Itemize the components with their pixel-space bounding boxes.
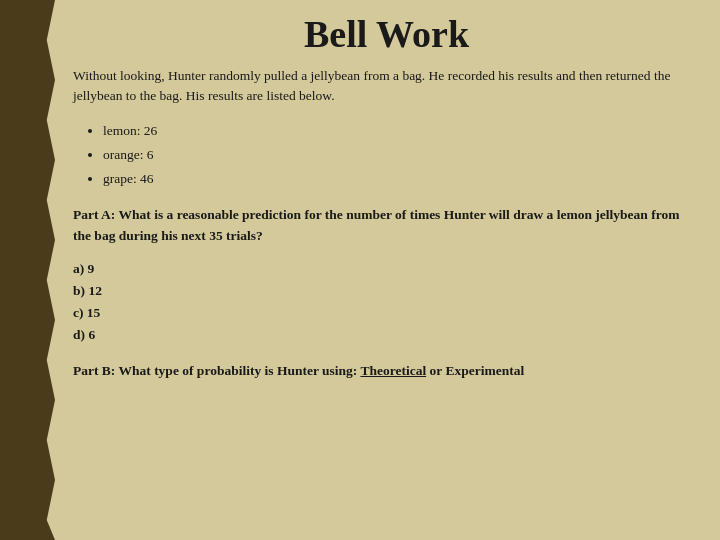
list-item: lemon: 26 — [103, 119, 700, 143]
answer-d: d) 6 — [73, 327, 700, 343]
theoretical-text: Theoretical — [360, 363, 426, 378]
answer-c: c) 15 — [73, 305, 700, 321]
content-area: Bell Work Without looking, Hunter random… — [55, 0, 720, 540]
intro-text: Without looking, Hunter randomly pulled … — [73, 66, 700, 107]
answer-b: b) 12 — [73, 283, 700, 299]
part-a-text: What is a reasonable prediction for the … — [73, 207, 679, 243]
list-item: orange: 6 — [103, 143, 700, 167]
part-b-label: Part B: — [73, 363, 115, 378]
part-b-intro: What type of probability is Hunter using… — [119, 363, 525, 378]
part-b-question: Part B: What type of probability is Hunt… — [73, 361, 700, 382]
answer-a: a) 9 — [73, 261, 700, 277]
answer-choices: a) 9 b) 12 c) 15 d) 6 — [73, 261, 700, 343]
page-container: Bell Work Without looking, Hunter random… — [0, 0, 720, 540]
part-a-label: Part A: — [73, 207, 115, 222]
bullet-list: lemon: 26 orange: 6 grape: 46 — [103, 119, 700, 192]
list-item: grape: 46 — [103, 167, 700, 191]
part-a-question: Part A: What is a reasonable prediction … — [73, 205, 700, 247]
left-decorative-strip — [0, 0, 55, 540]
page-title: Bell Work — [73, 12, 700, 56]
